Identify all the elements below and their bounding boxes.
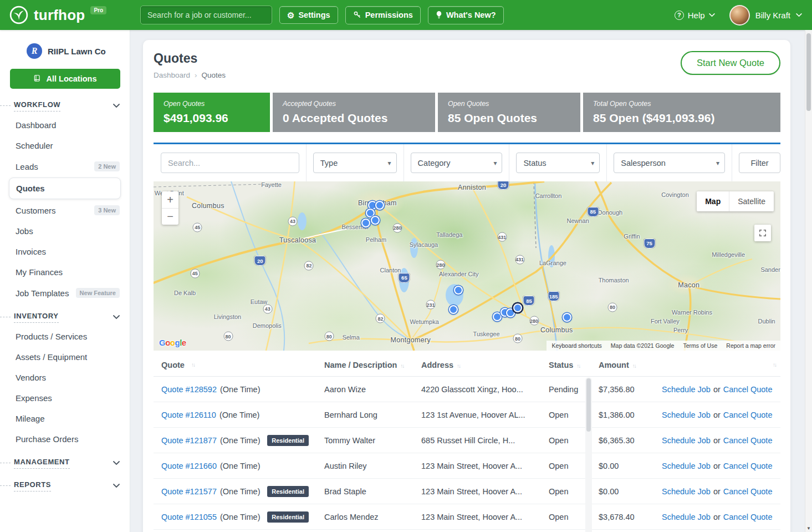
schedule-job-link[interactable]: Schedule Job (662, 411, 711, 419)
table-scrollbar[interactable] (585, 377, 592, 532)
sidebar-section-reports[interactable]: REPORTS (0, 472, 130, 495)
table-scrollbar-thumb[interactable] (586, 378, 591, 432)
cancel-quote-link[interactable]: Cancel Quote (723, 513, 773, 521)
schedule-job-link[interactable]: Schedule Job (662, 462, 711, 470)
sidebar-item[interactable]: Invoices (0, 241, 130, 262)
user-menu[interactable]: Billy Kraft (729, 5, 802, 26)
quote-link[interactable]: Quote #121877 (161, 436, 217, 445)
global-search-input[interactable] (140, 6, 272, 24)
map-view-button[interactable]: Map (697, 191, 729, 211)
sidebar-item[interactable]: Jobs (0, 221, 130, 241)
whats-new-button[interactable]: What's New? (428, 6, 504, 24)
column-header-address[interactable]: Address↑↓ (413, 361, 541, 369)
quote-address: 685 Russet Hill Circle, H... (413, 436, 541, 445)
chevron-down-icon[interactable] (113, 484, 120, 488)
sidebar-item[interactable]: My Finances (0, 262, 130, 282)
settings-button[interactable]: ⚙ Settings (279, 6, 338, 24)
page-scrollbar-thumb[interactable] (806, 33, 811, 111)
start-new-quote-button[interactable]: Start New Quote (681, 51, 780, 75)
zoom-in-button[interactable]: + (162, 191, 178, 208)
sort-icon[interactable]: ↑↓ (457, 363, 460, 369)
quote-link[interactable]: Quote #128592 (161, 385, 217, 394)
sidebar-item[interactable]: Scheduler (0, 135, 130, 156)
sidebar-item[interactable]: Products / Services (0, 326, 130, 347)
quote-link[interactable]: Quote #121055 (161, 513, 217, 521)
type-select[interactable]: Type (313, 153, 397, 173)
breadcrumb-dashboard[interactable]: Dashboard (154, 71, 190, 79)
route-shield: 82 (376, 314, 385, 323)
quote-map-marker[interactable] (493, 312, 502, 321)
sort-icon[interactable]: ↑↓ (576, 363, 580, 369)
column-header-amount[interactable]: Amount↑↓ (592, 361, 653, 369)
status-select[interactable]: Status (516, 153, 600, 173)
chevron-down-icon[interactable] (113, 104, 120, 108)
quote-map-marker[interactable] (375, 201, 384, 210)
quote-link[interactable]: Quote #121660 (161, 462, 217, 470)
stat-card[interactable]: Open Quotes $491,093.96 (154, 93, 270, 132)
stat-card[interactable]: Accepted Quotes 0 Accepted Quotes (273, 93, 435, 132)
filter-button[interactable]: Filter (739, 153, 780, 173)
cancel-quote-link[interactable]: Cancel Quote (723, 462, 773, 470)
sort-icon[interactable]: ↑↓ (191, 362, 195, 368)
schedule-job-link[interactable]: Schedule Job (662, 513, 711, 521)
sidebar-item[interactable]: Job Templates New Feature (0, 282, 130, 303)
sidebar-item[interactable]: Dashboard (0, 115, 130, 135)
category-select[interactable]: Category (411, 153, 503, 173)
page-scrollbar[interactable]: ▼ (805, 30, 812, 532)
quote-map-marker[interactable] (371, 216, 380, 225)
sidebar-item[interactable]: Assets / Equipment (0, 347, 130, 367)
quote-map-marker[interactable] (454, 286, 463, 295)
cancel-quote-link[interactable]: Cancel Quote (723, 436, 773, 445)
sidebar-section-workflow[interactable]: WORKFLOW (0, 92, 130, 115)
chevron-down-icon[interactable] (113, 461, 120, 465)
stat-card[interactable]: Open Quotes 85 Open Quotes (438, 93, 580, 132)
quotes-map[interactable]: West PointColumbusFayetteTuscaloosaBesse… (154, 181, 780, 351)
cancel-quote-link[interactable]: Cancel Quote (723, 411, 773, 419)
cancel-quote-link[interactable]: Cancel Quote (723, 487, 773, 496)
schedule-job-link[interactable]: Schedule Job (662, 487, 711, 496)
column-header-status[interactable]: Status↑↓ (541, 361, 585, 369)
salesperson-select[interactable]: Salesperson (614, 153, 725, 173)
map-city-label: Montgomery (390, 336, 430, 344)
schedule-job-link[interactable]: Schedule Job (662, 385, 711, 394)
map-attribution-link[interactable]: Report a map error (726, 342, 775, 349)
zoom-out-button[interactable]: − (162, 208, 178, 225)
map-attribution-link[interactable]: Keyboard shortcuts (551, 342, 601, 349)
quotes-search-input[interactable] (161, 153, 299, 173)
cancel-quote-link[interactable]: Cancel Quote (723, 385, 773, 394)
map-attribution-link[interactable]: Terms of Use (683, 342, 717, 349)
all-locations-button[interactable]: All Locations (10, 69, 120, 89)
sort-icon[interactable]: ↑↓ (632, 363, 636, 369)
satellite-view-button[interactable]: Satellite (729, 191, 774, 211)
stat-card[interactable]: Total Open Quotes 85 Open ($491,093.96) (583, 93, 780, 132)
sort-icon[interactable]: ↑↓ (400, 363, 404, 369)
sidebar-item[interactable]: Expenses (0, 388, 130, 408)
sidebar-section-management[interactable]: MANAGEMENT (0, 449, 130, 472)
sidebar-item[interactable]: Quotes (9, 178, 121, 199)
sidebar-section-inventory[interactable]: INVENTORY (0, 303, 130, 326)
permissions-button[interactable]: Permissions (345, 6, 421, 24)
quote-map-marker[interactable] (513, 303, 522, 312)
quote-link[interactable]: Quote #121577 (161, 487, 217, 496)
map-attribution-link[interactable]: Map data ©2021 Google (611, 342, 675, 349)
schedule-job-link[interactable]: Schedule Job (662, 436, 711, 445)
scrollbar-down-arrow[interactable]: ▼ (805, 524, 812, 532)
sidebar-item[interactable]: Customers 3 New (0, 200, 130, 221)
help-menu[interactable]: ? Help (675, 11, 715, 20)
quote-map-marker[interactable] (563, 313, 571, 322)
quote-link[interactable]: Quote #126110 (161, 411, 216, 419)
lightbulb-icon (436, 11, 442, 20)
company-switcher[interactable]: R RIIPL Lawn Co (0, 40, 130, 62)
sidebar-item[interactable]: Purchase Orders (0, 429, 130, 449)
column-header-quote[interactable]: Quote↑↓ (154, 361, 316, 369)
sidebar-item[interactable]: Mileage (0, 408, 130, 429)
brand[interactable]: turfhop Pro (9, 5, 133, 25)
fullscreen-button[interactable] (754, 225, 771, 241)
sort-icon[interactable]: ↑↓ (773, 362, 776, 368)
sidebar-item[interactable]: Vendors (0, 367, 130, 388)
quote-map-marker[interactable] (361, 219, 370, 227)
column-header-name[interactable]: Name / Description↑↓ (316, 361, 413, 369)
sidebar-item[interactable]: Leads 2 New (0, 156, 130, 177)
quote-map-marker[interactable] (449, 305, 458, 314)
chevron-down-icon[interactable] (113, 315, 120, 320)
